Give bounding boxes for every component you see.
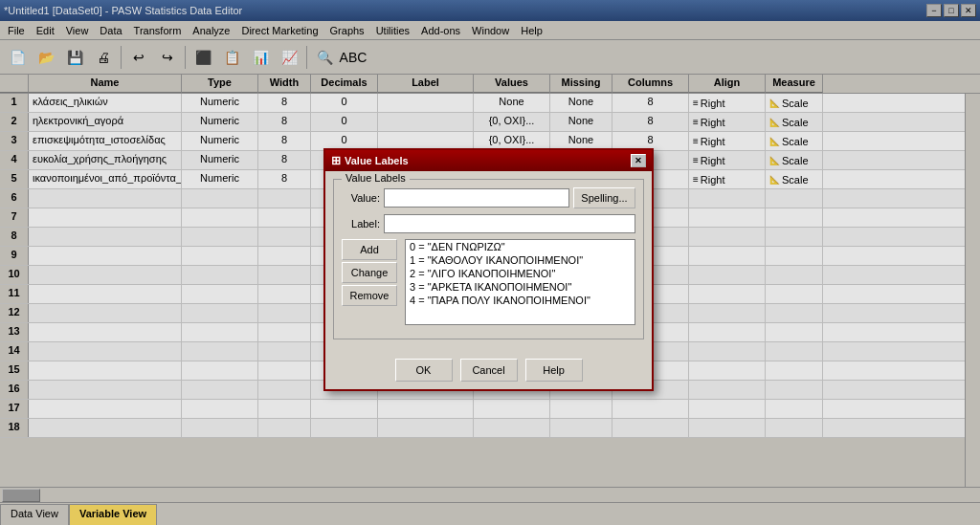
- value-labels-dialog: ⊞ Value Labels ✕ Value Labels Value: Spe…: [323, 148, 654, 391]
- list-item[interactable]: 0 = "ΔΕΝ ΓΝΩΡΙΖΩ": [406, 240, 635, 253]
- list-item[interactable]: 2 = "ΛΙΓΟ ΙΚΑΝΟΠΟΙΗΜΕΝΟΙ": [406, 267, 635, 280]
- label-input[interactable]: [384, 214, 635, 233]
- list-item[interactable]: 1 = "ΚΑΘΟΛΟΥ ΙΚΑΝΟΠΟΙΗΜΕΝΟΙ": [406, 253, 635, 267]
- add-button[interactable]: Add: [342, 239, 397, 260]
- dialog-title-text: Value Labels: [345, 155, 409, 166]
- value-labels-group: Value Labels Value: Spelling... Label: A…: [333, 179, 644, 339]
- cancel-button[interactable]: Cancel: [460, 359, 518, 382]
- label-row: Label:: [342, 214, 635, 233]
- spelling-button[interactable]: Spelling...: [573, 187, 635, 208]
- dialog-close-button[interactable]: ✕: [631, 154, 646, 167]
- dialog-content: Value Labels Value: Spelling... Label: A…: [325, 171, 652, 355]
- value-label: Value:: [342, 192, 380, 204]
- dialog-title-icon: ⊞: [331, 154, 341, 167]
- ok-button[interactable]: OK: [395, 359, 453, 382]
- help-button[interactable]: Help: [525, 359, 583, 382]
- dialog-footer: OK Cancel Help: [325, 355, 652, 389]
- action-buttons: Add Change Remove: [342, 239, 397, 331]
- change-button[interactable]: Change: [342, 262, 397, 283]
- list-area: Add Change Remove 0 = "ΔΕΝ ΓΝΩΡΙΖΩ"1 = "…: [342, 239, 635, 331]
- label-label: Label:: [342, 218, 380, 230]
- remove-button[interactable]: Remove: [342, 285, 397, 306]
- value-row: Value: Spelling...: [342, 187, 635, 208]
- value-list[interactable]: 0 = "ΔΕΝ ΓΝΩΡΙΖΩ"1 = "ΚΑΘΟΛΟΥ ΙΚΑΝΟΠΟΙΗΜ…: [405, 239, 635, 325]
- dialog-title-bar: ⊞ Value Labels ✕: [325, 150, 652, 171]
- list-item[interactable]: 3 = "ΑΡΚΕΤΑ ΙΚΑΝΟΠΟΙΗΜΕΝΟΙ": [406, 280, 635, 294]
- value-input[interactable]: [384, 188, 569, 208]
- group-legend: Value Labels: [342, 172, 410, 184]
- list-item[interactable]: 4 = "ΠΑΡΑ ΠΟΛΥ ΙΚΑΝΟΠΟΙΗΜΕΝΟΙ": [406, 294, 635, 307]
